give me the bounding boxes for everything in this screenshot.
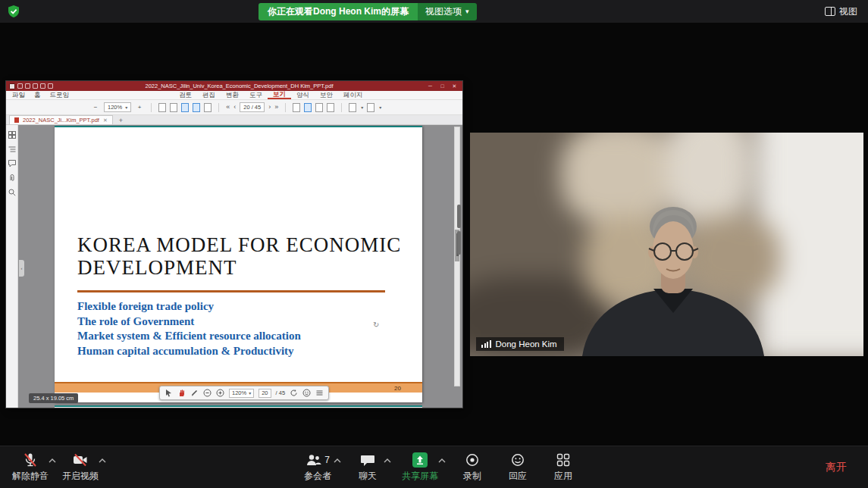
rotate-view-icon[interactable] — [349, 103, 356, 112]
view-button[interactable]: 视图 — [820, 4, 862, 19]
document-tab-bar: 2022_NASC_Ji...Kim_PPT.pdf ✕ + — [6, 115, 462, 125]
prev-page-button[interactable]: ‹ — [233, 104, 236, 111]
zoom-out-button[interactable]: − — [91, 103, 100, 112]
chat-options-chevron[interactable] — [384, 458, 391, 463]
sidebar-collapse-handle[interactable]: ‹ — [19, 260, 24, 277]
zoom-out-icon[interactable] — [203, 389, 212, 397]
minimize-button[interactable]: ─ — [425, 83, 435, 89]
hand-tool-icon[interactable] — [177, 389, 186, 397]
share-screen-button[interactable]: 共享屏幕 — [397, 449, 443, 486]
floating-page-field[interactable]: 20 — [259, 389, 271, 398]
reactions-button[interactable]: 回应 — [497, 449, 538, 486]
start-video-button[interactable]: 开启视频 — [58, 449, 103, 486]
floating-zoom-select[interactable]: 120% ▾ — [229, 389, 254, 398]
reactions-label: 回应 — [509, 470, 527, 483]
shared-screen-scroll-indicator — [457, 205, 461, 255]
more-tools-icon[interactable] — [367, 103, 374, 112]
reaction-smiley-icon[interactable] — [302, 389, 311, 397]
menu-home[interactable]: 홈 — [34, 91, 41, 100]
participant-video-tile[interactable]: Dong Heon Kim — [470, 133, 863, 356]
ribbon-tab[interactable]: 양식 — [291, 91, 315, 99]
bookmarks-panel-icon[interactable] — [8, 145, 16, 153]
comments-panel-icon[interactable] — [8, 160, 16, 167]
apps-label: 应用 — [554, 470, 572, 483]
rotate-page-icon[interactable] — [290, 389, 298, 397]
last-page-button[interactable]: » — [274, 104, 278, 111]
document-scrollbar[interactable] — [454, 127, 460, 386]
thumbnails-panel-icon[interactable] — [8, 131, 16, 139]
video-options-chevron[interactable] — [99, 458, 106, 463]
two-page-scroll-view-icon[interactable] — [193, 103, 200, 112]
slide-divider — [77, 290, 385, 292]
maximize-button[interactable]: □ — [437, 83, 447, 89]
thumbnail-strip-icon[interactable] — [327, 103, 334, 112]
ribbon-tab[interactable]: 도구 — [244, 91, 268, 99]
reading-mode-icon[interactable] — [293, 103, 300, 112]
security-shield-icon[interactable] — [7, 5, 20, 18]
quick-access-icon[interactable] — [17, 83, 23, 89]
quick-access-icon[interactable] — [48, 83, 53, 89]
leave-button[interactable]: 离开 — [818, 456, 854, 479]
next-page-button[interactable]: › — [268, 104, 271, 111]
single-page-view-icon[interactable] — [158, 103, 166, 112]
record-icon — [465, 452, 480, 468]
ribbon-tab[interactable]: 변환 — [221, 91, 244, 99]
page-indicator[interactable]: 20 / 45 — [240, 102, 265, 112]
participants-button[interactable]: 7 参会者 — [297, 449, 338, 486]
view-options-label: 视图选项 — [425, 5, 462, 18]
new-tab-button[interactable]: + — [116, 117, 126, 124]
ribbon-tab[interactable]: 페이지 — [338, 91, 368, 99]
chevron-down-icon: ▾ — [125, 105, 127, 110]
document-area: ‹ KOREA MODEL FOR ECONOMIC DEVELOPMENT F… — [6, 125, 462, 408]
document-tab[interactable]: 2022_NASC_Ji...Kim_PPT.pdf ✕ — [9, 115, 113, 124]
pdf-menu-bar: 파일 홈 드로잉 검토 편집 변환 도구 보기 양식 보안 페이지 — [6, 91, 462, 100]
ribbon-tab-active[interactable]: 보기 — [268, 91, 291, 99]
record-label: 录制 — [463, 470, 481, 483]
meeting-control-bar: 解除静音 开启视频 — [0, 446, 868, 488]
attachments-panel-icon[interactable] — [8, 174, 16, 182]
ribbon-tab[interactable]: 검토 — [174, 91, 197, 99]
banner-text: 你正在观看Dong Heon Kim的屏幕 — [259, 3, 418, 20]
zoom-level-select[interactable]: 120% ▾ — [104, 102, 131, 112]
fit-page-view-icon[interactable] — [204, 103, 212, 112]
shared-screen-area: 2022_NASC_Jilin_Univ_Korea_Economic_Deve… — [0, 23, 868, 446]
chat-label: 聊天 — [359, 470, 377, 483]
floating-toolbar: 120% ▾ 20 / 45 — [159, 386, 329, 400]
participant-person — [470, 133, 863, 356]
continuous-view-icon[interactable] — [170, 103, 177, 112]
unmute-button[interactable]: 解除静音 — [8, 449, 53, 486]
pdf-window-titlebar[interactable]: 2022_NASC_Jilin_Univ_Korea_Economic_Deve… — [6, 81, 462, 91]
unmute-label: 解除静音 — [12, 470, 49, 483]
slide-bullet: Human capital accumulation & Productivit… — [77, 344, 301, 359]
view-options-button[interactable]: 视图选项 ▾ — [418, 3, 477, 20]
apps-button[interactable]: 应用 — [543, 449, 584, 486]
slide-bullet-list: Flexible foreign trade policy The role o… — [77, 299, 301, 358]
menu-drawing[interactable]: 드로잉 — [50, 91, 70, 100]
quick-access-icon[interactable] — [40, 83, 45, 89]
ribbon-tab[interactable]: 보안 — [315, 91, 338, 99]
quick-access-icon[interactable] — [25, 83, 30, 89]
quick-access-icon[interactable] — [33, 83, 38, 89]
search-panel-icon[interactable] — [8, 189, 16, 196]
first-page-button[interactable]: « — [226, 104, 230, 111]
toolbar-menu-icon[interactable] — [315, 389, 324, 397]
record-button[interactable]: 录制 — [452, 449, 493, 486]
tab-close-icon[interactable]: ✕ — [103, 117, 108, 124]
page-layout-icon[interactable] — [304, 103, 312, 112]
pdf-file-icon — [14, 117, 19, 123]
slide-bullet: The role of Government — [77, 314, 301, 330]
annotate-pen-icon[interactable] — [190, 389, 199, 397]
full-width-view-icon[interactable] — [315, 103, 323, 112]
zoom-in-button[interactable]: + — [135, 103, 144, 112]
zoom-in-icon[interactable] — [216, 389, 224, 397]
ribbon-tab[interactable]: 편집 — [197, 91, 221, 99]
share-options-chevron[interactable] — [438, 458, 446, 463]
menu-file[interactable]: 파일 — [12, 91, 25, 100]
participants-options-chevron[interactable] — [334, 458, 341, 463]
two-page-view-icon[interactable] — [181, 103, 189, 112]
close-button[interactable]: ✕ — [450, 83, 459, 89]
chat-button[interactable]: 聊天 — [347, 449, 388, 486]
pointer-tool-icon[interactable] — [165, 389, 173, 397]
slide-bullet: Flexible foreign trade policy — [77, 299, 301, 314]
audio-options-chevron[interactable] — [49, 458, 56, 463]
